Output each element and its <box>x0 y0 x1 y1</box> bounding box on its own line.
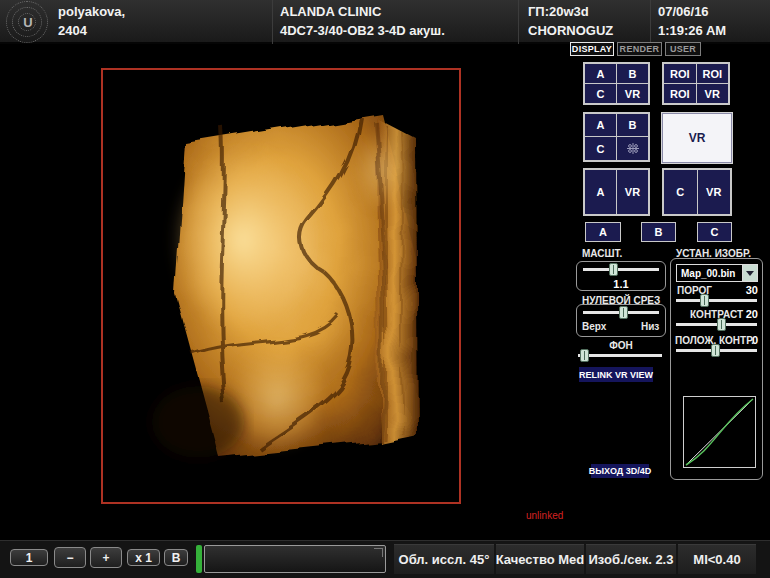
quality-status: Качество Med <box>496 544 584 574</box>
layout-grid-c-vr: C VR <box>662 168 732 216</box>
zero-slice-slider-thumb[interactable] <box>619 306 628 319</box>
fetus-3d-render <box>128 100 438 472</box>
zero-slice-bottom-label: Низ <box>641 321 659 332</box>
plane-a-button[interactable]: A <box>585 222 621 242</box>
gamma-curve-icon <box>684 397 755 467</box>
layout-vr-button[interactable]: VR <box>698 170 731 214</box>
background-slider[interactable] <box>578 354 662 357</box>
tab-render[interactable]: RENDER <box>617 42 662 56</box>
threshold-slider-thumb[interactable] <box>700 294 709 307</box>
layout-grid-abcvr: A B C VR <box>583 62 650 105</box>
clinic-name: ALANDA CLINIC <box>280 2 381 21</box>
header-divider <box>518 0 519 44</box>
four-dot-cross-icon <box>625 142 641 155</box>
exam-date: 07/06/16 <box>658 2 709 21</box>
roi-button[interactable]: ROI <box>664 84 696 103</box>
layout-c-button[interactable]: C <box>664 170 697 214</box>
threshold-value: 30 <box>738 284 758 296</box>
roi-button[interactable]: ROI <box>697 64 729 83</box>
zero-slice-slider[interactable] <box>583 311 659 314</box>
quad-view-button[interactable] <box>617 137 648 160</box>
contrast-pos-slider[interactable] <box>676 349 757 352</box>
layout-grid-roi: ROI ROI ROI VR <box>662 62 730 105</box>
tab-user[interactable]: USER <box>665 42 701 56</box>
header-divider <box>650 0 651 44</box>
contrast-value: 20 <box>738 308 758 320</box>
layout-a-button[interactable]: A <box>585 64 616 83</box>
plane-c-button[interactable]: C <box>697 222 732 242</box>
layout-c-button[interactable]: C <box>585 137 616 160</box>
scale-label: МАСШТ. <box>582 248 622 259</box>
relink-vr-view-button[interactable]: RELINK VR VIEW <box>579 367 653 382</box>
layout-grid-a-vr: A VR <box>583 168 650 216</box>
contrast-slider[interactable] <box>676 323 757 326</box>
layout-vr-button[interactable]: VR <box>617 170 648 214</box>
x1-zoom-button[interactable]: x 1 <box>127 549 160 566</box>
layout-b-button[interactable]: B <box>617 114 648 136</box>
machine-logo: U <box>3 1 53 43</box>
contrast-pos-value: 0 <box>742 334 758 346</box>
zero-slice-top-label: Верх <box>582 321 606 332</box>
background-label: ФОН <box>576 340 666 351</box>
patient-id: 2404 <box>58 21 87 40</box>
exam-time: 1:19:26 AM <box>658 21 726 40</box>
transfer-curve-display <box>683 396 756 468</box>
layout-a-button[interactable]: A <box>585 114 616 136</box>
header-divider <box>272 0 273 44</box>
header-bar: U polyakova, 2404 ALANDA CLINIC 4DC7-3/4… <box>0 0 770 44</box>
roi-vr-button[interactable]: VR <box>697 84 729 103</box>
probe-info: 4DC7-3/40-OB2 3-4D акуш. <box>280 21 445 40</box>
tab-display[interactable]: DISPLAY <box>570 42 614 56</box>
scale-slider[interactable] <box>583 268 659 271</box>
plane-b-button[interactable]: B <box>641 222 676 242</box>
scan-area-status: Обл. иссл. 45° <box>394 544 494 574</box>
patient-name: polyakova, <box>58 2 125 21</box>
layout-a-button[interactable]: A <box>585 170 616 214</box>
contrast-slider-thumb[interactable] <box>717 318 726 331</box>
logo-letter: U <box>3 1 53 43</box>
roi-button[interactable]: ROI <box>664 64 696 83</box>
map-dropdown-value: Map_00.bin <box>677 265 742 281</box>
layout-grid-abc-quad: A B C <box>583 112 650 162</box>
map-dropdown[interactable]: Map_00.bin <box>676 264 758 282</box>
contrast-pos-slider-thumb[interactable] <box>711 344 720 357</box>
gestational-age: ГП:20w3d <box>528 2 589 21</box>
vr-full-button[interactable]: VR <box>661 112 733 164</box>
cine-scroll-bar[interactable] <box>204 545 386 573</box>
layout-c-button[interactable]: C <box>585 84 616 103</box>
ultrasound-screen: U polyakova, 2404 ALANDA CLINIC 4DC7-3/4… <box>0 0 770 578</box>
b-mode-button[interactable]: B <box>164 549 188 566</box>
chevron-down-icon <box>746 271 754 276</box>
view-count-button[interactable]: 1 <box>10 549 48 566</box>
bottom-bar: 1 − + x 1 B Обл. иссл. 45° Качество Med … <box>0 540 770 578</box>
cine-position-indicator <box>196 545 202 573</box>
scale-value: 1.1 <box>576 278 666 290</box>
map-dropdown-button[interactable] <box>742 265 757 281</box>
frame-rate-status: Изоб./сек. 2.3 <box>586 544 676 574</box>
zoom-out-button[interactable]: − <box>54 547 86 568</box>
layout-vr-button[interactable]: VR <box>617 84 648 103</box>
background-slider-thumb[interactable] <box>580 349 589 362</box>
threshold-slider[interactable] <box>676 299 757 302</box>
layout-b-button[interactable]: B <box>617 64 648 83</box>
operator-name: CHORNOGUZ <box>528 21 613 40</box>
exit-3d4d-button[interactable]: ВЫХОД 3D/4D <box>591 464 649 478</box>
scale-slider-thumb[interactable] <box>609 263 618 276</box>
mi-status: MI<0.40 <box>678 544 756 574</box>
unlinked-status: unlinked <box>526 510 563 521</box>
zoom-in-button[interactable]: + <box>90 547 122 568</box>
